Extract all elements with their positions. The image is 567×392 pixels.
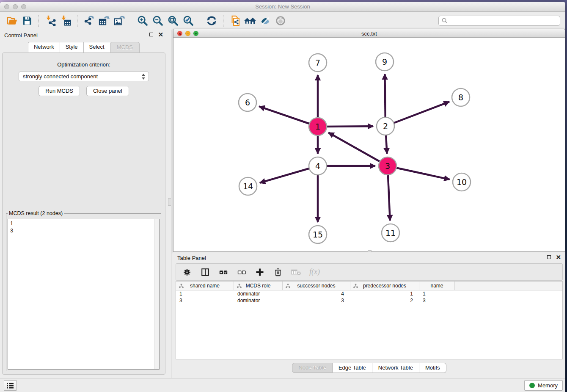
search-field[interactable] — [438, 16, 560, 26]
save-session-icon[interactable] — [19, 14, 35, 28]
cell-name[interactable]: 3 — [419, 297, 455, 304]
mcds-result-scrollbar[interactable] — [154, 219, 159, 369]
node-6[interactable]: 6 — [239, 94, 256, 111]
column-header-MCDS-role[interactable]: MCDS role — [234, 282, 283, 290]
node-1[interactable]: 1 — [309, 118, 327, 135]
clone-network-icon[interactable] — [227, 14, 242, 28]
svg-text:15: 15 — [313, 230, 323, 239]
delete-column-icon[interactable] — [273, 267, 283, 277]
float-table-panel-icon[interactable] — [547, 255, 551, 259]
cell-MCDS-role[interactable]: dominator — [234, 297, 283, 304]
node-9[interactable]: 9 — [376, 53, 394, 71]
tab-style[interactable]: Style — [60, 42, 83, 53]
network-canvas[interactable]: 7968124314101511 — [173, 38, 565, 251]
import-network-icon[interactable] — [43, 14, 58, 28]
network-window-titlebar[interactable]: ✕ − + scc.txt — [173, 29, 565, 38]
column-header-shared-name[interactable]: shared name — [176, 282, 234, 290]
cell-successor-nodes[interactable]: 3 — [283, 297, 350, 304]
svg-text:7: 7 — [315, 58, 320, 67]
split-columns-icon[interactable] — [200, 267, 210, 277]
tab-network-table[interactable]: Network Table — [372, 363, 419, 373]
import-table-icon[interactable] — [58, 14, 73, 28]
cell-MCDS-role[interactable]: dominator — [234, 290, 283, 297]
column-header-predecessor-nodes[interactable]: predecessor nodes — [350, 282, 419, 290]
panel-splitter[interactable] — [168, 30, 173, 378]
float-panel-icon[interactable] — [149, 33, 153, 36]
task-history-button[interactable] — [4, 380, 17, 391]
node-2[interactable]: 2 — [377, 117, 394, 135]
cell-shared-name[interactable]: 1 — [176, 290, 234, 297]
export-network-icon[interactable] — [81, 14, 96, 28]
node-15[interactable]: 15 — [309, 226, 327, 243]
node-10[interactable]: 10 — [453, 173, 471, 191]
column-header-successor-nodes[interactable]: successor nodes — [283, 282, 350, 290]
add-column-icon[interactable] — [255, 267, 265, 277]
control-panel-tabs: NetworkStyleSelectMCDS — [0, 42, 168, 53]
tab-node-table[interactable]: Node Table — [292, 363, 333, 373]
tab-network[interactable]: Network — [28, 42, 60, 53]
node-11[interactable]: 11 — [382, 224, 399, 242]
search-icon — [441, 17, 448, 24]
deselect-all-icon[interactable] — [237, 267, 247, 277]
optimization-criterion-label: Optimization criterion: — [3, 61, 165, 68]
search-input[interactable] — [448, 17, 560, 25]
splitter-grip[interactable] — [168, 198, 171, 206]
table-toolbar: f(x) — [176, 263, 563, 281]
select-all-icon[interactable] — [218, 267, 228, 277]
edge-3-10[interactable] — [388, 166, 450, 179]
edge-2-8[interactable] — [385, 102, 449, 126]
svg-text:2: 2 — [383, 121, 388, 131]
zoom-selected-icon[interactable] — [181, 14, 196, 28]
toolbar-separator — [131, 15, 131, 27]
tab-motifs[interactable]: Motifs — [419, 363, 446, 373]
network-graph[interactable]: 7968124314101511 — [173, 38, 565, 251]
svg-text:14: 14 — [243, 182, 253, 191]
cell-shared-name[interactable]: 3 — [176, 297, 234, 304]
cell-predecessor-nodes[interactable]: 2 — [350, 297, 419, 304]
zoom-in-icon[interactable] — [135, 14, 150, 28]
node-4[interactable]: 4 — [309, 157, 327, 175]
settings-gear-icon[interactable] — [182, 267, 192, 277]
cell-successor-nodes[interactable]: 4 — [283, 290, 350, 297]
zoom-out-icon[interactable] — [150, 14, 165, 28]
svg-text:1: 1 — [315, 122, 320, 131]
neighborhood-houses-icon[interactable] — [242, 14, 258, 28]
table-row[interactable]: 1dominator411 — [176, 290, 562, 297]
cell-name[interactable]: 1 — [419, 290, 455, 297]
export-table-icon[interactable] — [96, 14, 112, 28]
tab-edge-table[interactable]: Edge Table — [333, 363, 372, 373]
tab-select[interactable]: Select — [83, 42, 110, 53]
close-panel-button[interactable]: Close panel — [86, 86, 129, 96]
list-icon — [6, 382, 14, 389]
edge-3-1[interactable] — [328, 133, 388, 166]
close-table-panel-icon[interactable]: ✕ — [556, 255, 561, 259]
table-panel-tabs: Node TableEdge TableNetwork TableMotifs — [173, 363, 565, 373]
table-row[interactable]: 3dominator323 — [176, 297, 562, 304]
node-8[interactable]: 8 — [452, 88, 470, 106]
tab-mcds[interactable]: MCDS — [110, 42, 140, 53]
control-panel: Control Panel ✕ NetworkStyleSelectMCDS O… — [0, 30, 168, 378]
mcds-result-text[interactable]: 1 3 — [8, 219, 160, 370]
svg-text:11: 11 — [385, 228, 396, 237]
svg-text:3: 3 — [385, 161, 390, 171]
zoom-fit-icon[interactable] — [165, 14, 181, 28]
node-table[interactable]: shared nameMCDS rolesuccessor nodesprede… — [176, 281, 563, 359]
open-session-icon[interactable] — [4, 14, 19, 28]
hide-details-icon[interactable] — [258, 14, 273, 28]
toolbar-separator — [39, 15, 39, 27]
run-mcds-button[interactable]: Run MCDS — [39, 86, 80, 96]
toolbar-separator — [77, 15, 77, 27]
node-3[interactable]: 3 — [379, 157, 396, 175]
column-header-name[interactable]: name — [419, 282, 455, 290]
node-7[interactable]: 7 — [309, 54, 327, 72]
status-bar: Memory — [0, 378, 565, 392]
optimization-criterion-dropdown[interactable]: strongly connected component — [19, 72, 149, 81]
memory-button[interactable]: Memory — [524, 380, 563, 391]
refresh-view-icon[interactable] — [204, 14, 219, 28]
close-panel-icon[interactable]: ✕ — [158, 33, 163, 36]
delete-table-icon-disabled — [291, 267, 301, 277]
svg-text:6: 6 — [245, 98, 250, 107]
export-image-icon[interactable] — [112, 14, 127, 28]
node-14[interactable]: 14 — [239, 177, 257, 195]
cell-predecessor-nodes[interactable]: 1 — [350, 290, 419, 297]
